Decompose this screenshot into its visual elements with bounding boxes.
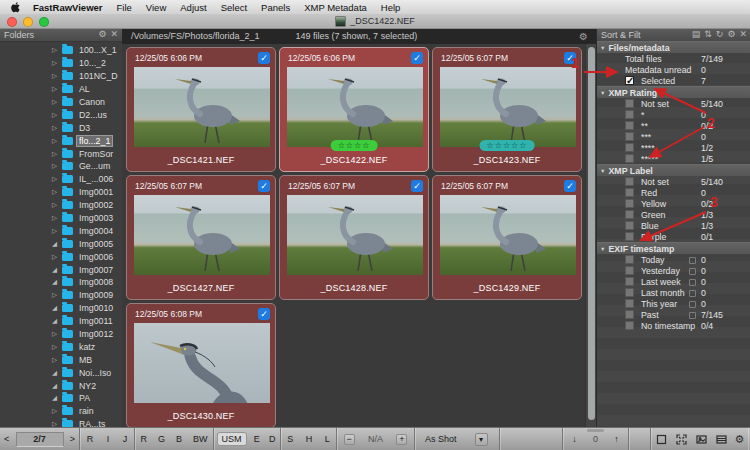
disclosure-triangle-icon[interactable]: ▷: [52, 343, 62, 351]
disclosure-triangle-icon[interactable]: ◢: [52, 382, 62, 390]
disclosure-triangle-icon[interactable]: ▷: [52, 407, 62, 415]
channel-mode-button[interactable]: R: [85, 434, 96, 444]
filter-checkbox[interactable]: [625, 99, 634, 108]
close-window-button[interactable]: [7, 17, 17, 27]
folder-item[interactable]: ▷ Img0001: [0, 186, 122, 199]
filter-checkbox[interactable]: [625, 154, 634, 163]
folder-item[interactable]: ▷ 100...X_1: [0, 44, 122, 57]
filter-checkbox[interactable]: [625, 199, 634, 208]
file-list-icon[interactable]: ▤: [692, 28, 701, 41]
disclosure-triangle-icon[interactable]: ▷: [52, 137, 62, 145]
prev-file-button[interactable]: <: [2, 434, 11, 444]
folder-item[interactable]: ▷ AL: [0, 83, 122, 96]
disclosure-triangle-icon[interactable]: ▷: [52, 214, 62, 222]
folder-item[interactable]: ▷ Img0002: [0, 199, 122, 212]
folder-item[interactable]: ◢ PA: [0, 392, 122, 405]
sharpen-mode-button[interactable]: E: [252, 434, 262, 444]
disclosure-triangle-icon[interactable]: ◢: [52, 240, 62, 248]
rgb-channel-button[interactable]: B: [174, 434, 184, 444]
filter-row[interactable]: No timestamp 0/4: [597, 320, 750, 331]
filter-row[interactable]: *** 0: [597, 131, 750, 142]
sort-order-icon[interactable]: ⇅: [704, 28, 712, 41]
menu-item-file[interactable]: File: [110, 2, 139, 13]
filter-row[interactable]: Last month 0: [597, 287, 750, 298]
filter-row[interactable]: Past 7/145: [597, 309, 750, 320]
panel-scrollbar-thumb[interactable]: [587, 429, 604, 432]
disclosure-triangle-icon[interactable]: ▷: [52, 85, 62, 93]
filter-checkbox[interactable]: [625, 232, 634, 241]
thumbnail-cell[interactable]: 12/25/05 6:06 PM ✓: [279, 47, 429, 172]
filter-row[interactable]: Green 1/3: [597, 209, 750, 220]
folder-item[interactable]: ◢ Img0011: [0, 315, 122, 328]
filter-row[interactable]: Metadata unread 0: [597, 64, 750, 75]
thumbnail-cell[interactable]: 12/25/05 6:07 PM ✓: [279, 175, 429, 300]
disclosure-triangle-icon[interactable]: ▷: [52, 59, 62, 67]
panels-toggle-icon[interactable]: [715, 433, 728, 446]
filter-row[interactable]: Last week 0: [597, 276, 750, 287]
folder-item[interactable]: ▷ FromSor: [0, 147, 122, 160]
menu-item-adjust[interactable]: Adjust: [173, 2, 213, 13]
folder-item[interactable]: ▷ IL_...006: [0, 173, 122, 186]
filter-row[interactable]: Red 0: [597, 187, 750, 198]
shadow-highlight-button[interactable]: H: [304, 434, 315, 444]
filter-checkbox[interactable]: [625, 310, 634, 319]
filter-checkbox[interactable]: [625, 121, 634, 130]
folder-item[interactable]: ▷ Ge...um: [0, 160, 122, 173]
thumbnail-cell[interactable]: 12/25/05 6:07 PM ✓: [432, 175, 582, 300]
white-balance-dropdown[interactable]: ▾: [475, 433, 488, 446]
folder-item[interactable]: ◢ NY2: [0, 379, 122, 392]
zoom-window-button[interactable]: [39, 17, 49, 27]
disclosure-triangle-icon[interactable]: ▷: [52, 98, 62, 106]
thumbnail-cell[interactable]: 12/25/05 6:07 PM ✓: [126, 175, 276, 300]
grid-settings-icon[interactable]: ⚙: [579, 31, 588, 42]
rgb-channel-button[interactable]: BW: [191, 434, 210, 444]
selection-checkbox[interactable]: ✓: [564, 52, 576, 64]
shadow-highlight-button[interactable]: L: [323, 434, 332, 444]
panel-close-icon[interactable]: ✕: [739, 28, 747, 41]
filter-row[interactable]: Not set 5/140: [597, 176, 750, 187]
sharpen-mode-button[interactable]: D: [267, 434, 278, 444]
thumbnail-cell[interactable]: 12/25/05 6:06 PM ✓: [126, 47, 276, 172]
folder-item[interactable]: ▷ 101NC_D: [0, 70, 122, 83]
filter-row[interactable]: This year 0: [597, 298, 750, 309]
menu-item-xmp-metadata[interactable]: XMP Metadata: [297, 2, 374, 13]
disclosure-triangle-icon[interactable]: ▷: [52, 291, 62, 299]
filter-checkbox[interactable]: [625, 321, 634, 330]
filter-checkbox[interactable]: [625, 110, 634, 119]
filter-row[interactable]: ***** 1/5: [597, 153, 750, 164]
filter-row[interactable]: Total files 7/149: [597, 53, 750, 64]
disclosure-triangle-icon[interactable]: ▷: [52, 162, 62, 170]
filter-section-header[interactable]: ▼ Files/metadata: [597, 41, 750, 53]
rotate-down-icon[interactable]: ↓: [570, 434, 579, 444]
disclosure-triangle-icon[interactable]: ◢: [52, 369, 62, 377]
next-file-button[interactable]: >: [68, 434, 77, 444]
disclosure-triangle-icon[interactable]: ▷: [52, 150, 62, 158]
filter-row[interactable]: * 0: [597, 109, 750, 120]
filter-row[interactable]: **** 1/2: [597, 142, 750, 153]
image-preview-icon[interactable]: [695, 433, 708, 446]
filter-checkbox[interactable]: [625, 255, 634, 264]
disclosure-triangle-icon[interactable]: ▷: [52, 124, 62, 132]
selection-checkbox[interactable]: ✓: [411, 52, 423, 64]
filter-row[interactable]: Purple 0/1: [597, 231, 750, 242]
folders-close-icon[interactable]: ✕: [110, 28, 118, 41]
folder-item[interactable]: ▷ D3: [0, 121, 122, 134]
selection-checkbox[interactable]: ✓: [258, 52, 270, 64]
folder-item[interactable]: ▷ Img0003: [0, 212, 122, 225]
rgb-channel-button[interactable]: R: [138, 434, 149, 444]
menu-item-panels[interactable]: Panels: [254, 2, 297, 13]
rotate-up-icon[interactable]: ↑: [612, 434, 621, 444]
selection-checkbox[interactable]: ✓: [564, 180, 576, 192]
minimize-window-button[interactable]: [23, 17, 33, 27]
filter-checkbox[interactable]: [625, 266, 634, 275]
channel-mode-button[interactable]: I: [105, 434, 112, 444]
menu-item-select[interactable]: Select: [214, 2, 254, 13]
filter-checkbox[interactable]: [625, 188, 634, 197]
folder-item[interactable]: ◢ Img0005: [0, 237, 122, 250]
fullscreen-icon[interactable]: [675, 433, 688, 446]
rgb-channel-button[interactable]: G: [156, 434, 167, 444]
increase-button[interactable]: +: [396, 434, 407, 445]
filter-section-header[interactable]: ▼ XMP Label: [597, 164, 750, 176]
filter-row[interactable]: Selected 7: [597, 75, 750, 86]
folder-item[interactable]: ▷ 10..._2: [0, 57, 122, 70]
